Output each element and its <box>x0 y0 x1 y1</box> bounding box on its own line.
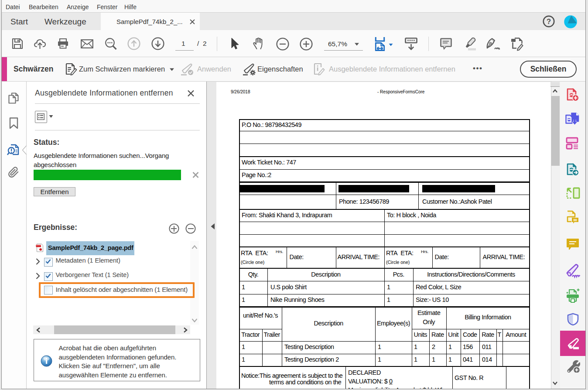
svg-text:?: ? <box>547 17 551 25</box>
